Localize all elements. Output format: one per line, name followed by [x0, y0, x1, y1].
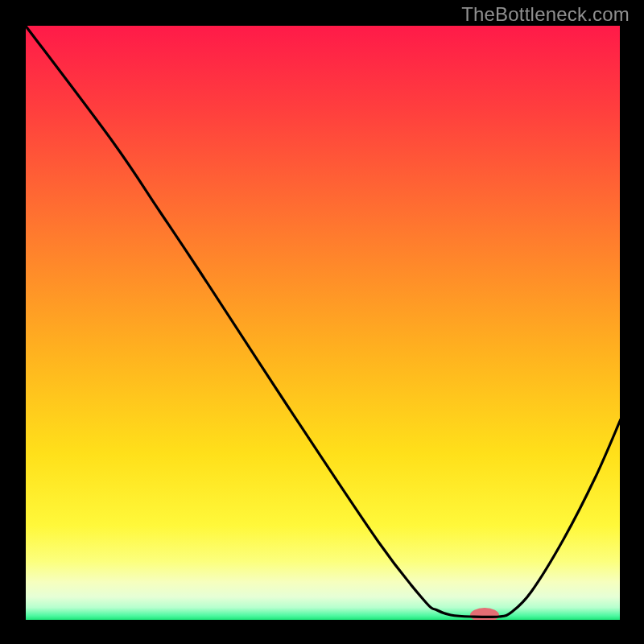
chart-frame: TheBottleneck.com — [0, 0, 644, 644]
plot-background — [25, 25, 621, 621]
watermark-text: TheBottleneck.com — [461, 3, 630, 26]
chart-svg — [0, 0, 644, 644]
